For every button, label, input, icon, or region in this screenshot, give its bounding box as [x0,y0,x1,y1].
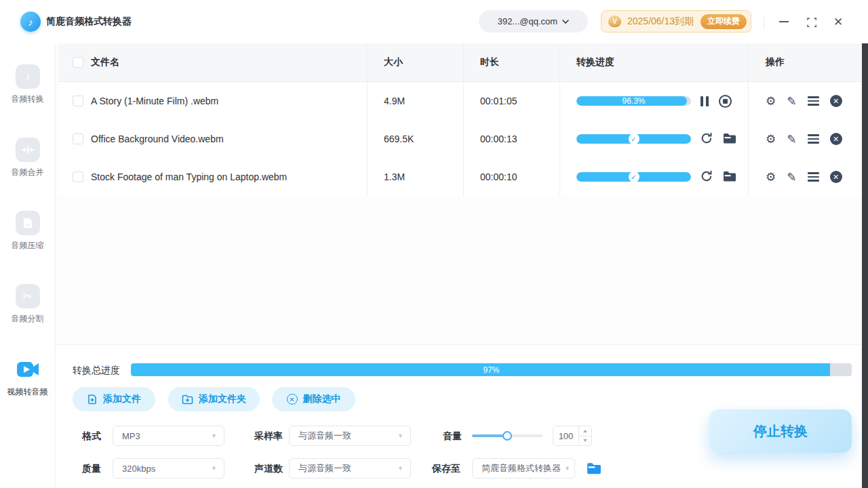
header-actions: 操作 [748,43,862,81]
stop-conversion-button[interactable]: 停止转换 [709,409,852,453]
quality-label: 质量 [82,463,101,475]
pause-icon[interactable] [701,96,709,106]
sidebar-item-label: 音频分割 [12,313,44,325]
settings-gear-icon[interactable]: ⚙ [766,134,776,145]
browse-folder-button[interactable] [587,462,601,475]
total-progress-label: 转换总进度 [73,365,120,377]
add-file-button[interactable]: 添加文件 [73,387,155,411]
remove-icon[interactable]: ✕ [830,95,842,107]
header-size: 大小 [367,43,463,81]
file-name: A Story (1-Minute Film) .webm [91,96,218,106]
sidebar-item-label: 音频合并 [12,167,44,178]
row-checkbox[interactable] [73,171,83,182]
vip-icon: V [608,16,621,27]
save-to-label: 保存至 [432,463,460,475]
reconvert-icon[interactable] [701,132,713,146]
file-table: 文件名 大小 时长 转换进度 操作 A Story (1-Minute Film… [58,43,862,196]
account-dropdown[interactable]: 392...@qq.com [479,10,588,33]
add-folder-label: 添加文件夹 [199,393,246,405]
file-duration: 00:00:10 [463,158,559,196]
save-to-select[interactable]: 简鹿音频格式转换器 ▼ [472,458,575,479]
table-row: Stock Footage of man Typing on Laptop.we… [58,158,862,196]
menu-icon[interactable] [808,172,819,181]
sidebar-item-label: 音频压缩 [12,240,44,251]
vip-status-badge: V 2025/06/13到期 立即续费 [601,10,751,33]
channels-select[interactable]: 与源音频一致 ▼ [289,458,411,479]
delete-selected-label: 删除选中 [303,393,341,405]
renew-button[interactable]: 立即续费 [701,14,747,29]
video-camera-icon [16,357,40,382]
spinner-up-icon[interactable] [579,426,591,436]
open-folder-icon[interactable] [723,171,736,184]
progress-bar: 96.3% [576,96,691,106]
header-filename: 文件名 [91,56,119,68]
format-value: MP3 [122,431,140,441]
file-size: 4.9M [367,82,463,120]
row-checkbox[interactable] [73,134,83,144]
row-checkbox[interactable] [73,96,83,106]
scrollbar[interactable] [862,43,868,488]
top-bar: ♪ 简鹿音频格式转换器 392...@qq.com V 2025/06/13到期… [0,0,868,43]
close-button[interactable]: ✕ [827,11,849,33]
volume-input[interactable]: 100 [553,426,592,446]
save-to-value: 简鹿音频格式转换器 [481,462,561,474]
reconvert-icon[interactable] [701,170,713,184]
edit-pencil-icon[interactable]: ✎ [787,96,796,107]
check-icon: ✓ [629,172,639,182]
add-file-label: 添加文件 [103,393,141,405]
sidebar-item-audio-merge[interactable]: 音频合并 [12,138,44,178]
sidebar: ♪ 音频转换 音频合并 音频压缩 ✂ 音频分割 视频转音频 [0,43,56,488]
sidebar-item-audio-compress[interactable]: 音频压缩 [12,211,44,251]
settings-gear-icon[interactable]: ⚙ [766,96,776,107]
file-size: 669.5K [367,120,463,158]
spinner-down-icon[interactable] [579,436,591,446]
minimize-button[interactable] [773,11,795,33]
menu-icon[interactable] [808,134,819,143]
divider [764,15,764,28]
delete-selected-button[interactable]: ✕ 删除选中 [272,387,355,411]
sample-rate-value: 与源音频一致 [298,430,351,442]
edit-pencil-icon[interactable]: ✎ [787,134,796,145]
header-progress: 转换进度 [559,43,748,81]
channels-label: 声道数 [254,463,283,475]
remove-icon[interactable]: ✕ [830,133,842,145]
volume-label: 音量 [443,430,462,443]
app-title: 简鹿音频格式转换器 [46,0,132,43]
open-folder-icon[interactable] [723,133,736,146]
check-icon: ✓ [629,134,639,144]
progress-percent: 96.3% [576,96,691,106]
add-folder-icon [182,394,193,405]
file-duration: 00:01:05 [463,82,559,120]
merge-icon [16,138,40,162]
menu-icon[interactable] [808,96,819,105]
sidebar-item-audio-split[interactable]: ✂ 音频分割 [12,284,44,325]
format-select[interactable]: MP3 ▼ [113,426,224,446]
sample-rate-select[interactable]: 与源音频一致 ▼ [289,426,411,446]
total-progress-percent: 97% [131,363,852,376]
file-duration: 00:00:13 [463,120,559,158]
vip-expiry-text: 2025/06/13到期 [627,16,694,28]
remove-icon[interactable]: ✕ [830,171,842,183]
edit-pencil-icon[interactable]: ✎ [787,171,796,183]
channels-value: 与源音频一致 [298,462,351,474]
sidebar-item-label: 音频转换 [12,94,44,105]
quality-value: 320kbps [122,464,155,474]
settings-gear-icon[interactable]: ⚙ [766,171,776,183]
account-email: 392...@qq.com [498,16,557,26]
header-duration: 时长 [463,43,559,81]
chevron-down-icon: ▼ [397,465,403,472]
maximize-icon [806,17,816,27]
app-logo-icon: ♪ [20,12,41,32]
volume-slider[interactable] [472,426,542,446]
slider-thumb[interactable] [502,431,512,441]
stop-icon[interactable] [719,95,732,108]
add-folder-button[interactable]: 添加文件夹 [168,387,260,411]
chevron-down-icon: ▼ [397,432,403,439]
sidebar-item-video-to-audio[interactable]: 视频转音频 [7,357,48,398]
select-all-checkbox[interactable] [73,57,83,68]
chevron-down-icon: ▼ [564,465,570,472]
sidebar-item-audio-convert[interactable]: ♪ 音频转换 [12,64,44,105]
maximize-button[interactable] [800,11,822,33]
quality-select[interactable]: 320kbps ▼ [113,458,224,479]
music-note-icon: ♪ [16,64,40,89]
